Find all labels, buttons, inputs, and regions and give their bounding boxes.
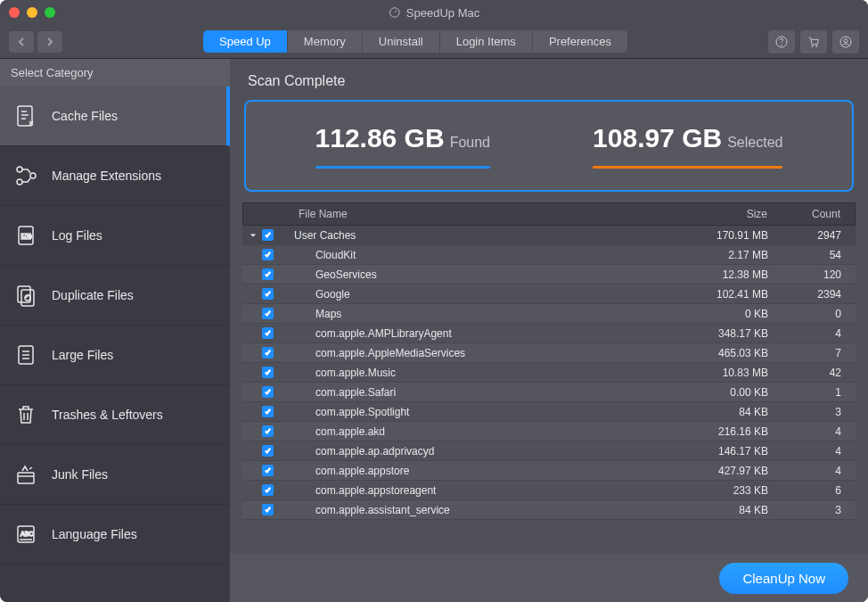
sidebar-item-manage-extensions[interactable]: Manage Extensions <box>0 146 230 206</box>
file-count: 7 <box>775 347 856 359</box>
svg-rect-18 <box>18 473 34 483</box>
file-name: com.apple.AppleMediaServices <box>291 347 659 359</box>
sidebar: Select Category Cache FilesManage Extens… <box>0 59 230 602</box>
sidebar-item-label: Trashes & Leftovers <box>52 408 163 422</box>
table-body[interactable]: User Caches170.91 MB2947CloudKit2.17 MB5… <box>242 226 856 554</box>
file-count: 120 <box>775 268 856 281</box>
file-count: 3 <box>775 504 856 516</box>
col-name[interactable]: File Name <box>291 203 659 225</box>
caret-down-icon[interactable] <box>250 232 257 239</box>
file-name: Google <box>291 288 659 301</box>
found-value: 112.86 GB <box>315 123 445 153</box>
sidebar-item-duplicate-files[interactable]: Duplicate Files <box>0 266 230 326</box>
file-count: 4 <box>775 465 856 477</box>
table-row[interactable]: com.apple.AppleMediaServices465.03 KB7 <box>242 343 856 363</box>
table-row[interactable]: com.apple.Spotlight84 KB3 <box>242 402 856 422</box>
table-row[interactable]: com.apple.assistant_service84 KB3 <box>242 500 856 520</box>
checkbox-icon[interactable] <box>262 288 274 300</box>
sidebar-item-cache-files[interactable]: Cache Files <box>0 87 230 146</box>
table-row[interactable]: Maps0 KB0 <box>242 304 856 324</box>
table-row[interactable]: com.apple.appstore427.97 KB4 <box>242 461 856 481</box>
table-row[interactable]: com.apple.akd216.16 KB4 <box>242 422 856 441</box>
tab-uninstall[interactable]: Uninstall <box>363 30 440 53</box>
file-size: 0 KB <box>659 308 775 320</box>
svg-point-2 <box>782 45 782 45</box>
svg-point-4 <box>816 45 818 46</box>
sidebar-item-label: Large Files <box>52 348 113 362</box>
body: Select Category Cache FilesManage Extens… <box>0 59 868 602</box>
col-count[interactable]: Count <box>774 203 855 225</box>
account-button[interactable] <box>832 30 859 54</box>
checkbox-icon[interactable] <box>262 465 274 476</box>
file-size: 84 KB <box>659 406 775 418</box>
tab-login-items[interactable]: Login Items <box>440 30 533 53</box>
svg-text:LOG: LOG <box>22 234 32 239</box>
sidebar-item-junk-files[interactable]: Junk Files <box>0 445 230 505</box>
tab-memory[interactable]: Memory <box>288 30 363 53</box>
file-size: 0.00 KB <box>659 386 775 399</box>
checkbox-icon[interactable] <box>262 308 274 319</box>
help-button[interactable] <box>768 30 795 54</box>
nav-forward-button[interactable] <box>37 31 62 53</box>
sidebar-item-trashes-leftovers[interactable]: Trashes & Leftovers <box>0 385 230 445</box>
close-icon[interactable] <box>9 7 20 18</box>
sidebar-item-label: Cache Files <box>52 109 118 123</box>
checkbox-icon[interactable] <box>262 367 274 378</box>
file-name: com.apple.akd <box>291 425 659 438</box>
file-count: 4 <box>775 445 856 458</box>
sidebar-item-large-files[interactable]: Large Files <box>0 326 230 385</box>
checkbox-icon[interactable] <box>262 249 274 260</box>
file-name: com.apple.appstoreagent <box>291 484 659 497</box>
file-name: CloudKit <box>291 249 659 261</box>
checkbox-icon[interactable] <box>262 484 274 496</box>
file-size: 102.41 MB <box>659 288 775 301</box>
tab-preferences[interactable]: Preferences <box>533 30 627 53</box>
nav-back-button[interactable] <box>9 31 34 53</box>
table-row[interactable]: Google102.41 MB2394 <box>242 285 856 304</box>
tab-speed-up[interactable]: Speed Up <box>203 30 288 53</box>
sidebar-header: Select Category <box>0 59 230 87</box>
checkbox-icon[interactable] <box>262 445 274 457</box>
file-name: GeoServices <box>291 268 659 281</box>
junk-files-icon <box>12 461 39 488</box>
table-row[interactable]: CloudKit2.17 MB54 <box>242 245 856 265</box>
checkbox-icon[interactable] <box>262 406 274 417</box>
table-row[interactable]: com.apple.Music10.83 MB42 <box>242 363 856 383</box>
file-size: 427.97 KB <box>659 465 775 477</box>
file-name: com.apple.Spotlight <box>291 406 659 418</box>
checkbox-icon[interactable] <box>262 327 274 339</box>
found-label: Found <box>450 135 490 150</box>
table-row[interactable]: com.apple.Safari0.00 KB1 <box>242 383 856 402</box>
file-size: 10.83 MB <box>659 367 775 379</box>
sidebar-item-log-files[interactable]: LOGLog Files <box>0 206 230 266</box>
file-name: com.apple.appstore <box>291 465 659 477</box>
large-files-icon <box>12 342 39 368</box>
col-size[interactable]: Size <box>659 203 774 225</box>
checkbox-icon[interactable] <box>262 347 274 359</box>
table-row[interactable]: com.apple.AMPLibraryAgent348.17 KB4 <box>242 324 856 343</box>
file-name: User Caches <box>291 229 659 242</box>
checkbox-icon[interactable] <box>262 425 274 437</box>
checkbox-icon[interactable] <box>262 268 274 280</box>
checkbox-icon[interactable] <box>262 386 274 398</box>
summary-box: 112.86 GBFound 108.97 GBSelected <box>244 100 854 192</box>
svg-text:ABC: ABC <box>20 531 33 537</box>
minimize-icon[interactable] <box>27 7 37 18</box>
file-count: 4 <box>775 327 856 340</box>
checkbox-icon[interactable] <box>262 504 274 515</box>
table-row[interactable]: GeoServices12.38 MB120 <box>242 265 856 285</box>
main-panel: Scan Complete 112.86 GBFound 108.97 GBSe… <box>230 59 868 602</box>
cart-button[interactable] <box>800 30 827 54</box>
checkbox-icon[interactable] <box>262 229 274 241</box>
maximize-icon[interactable] <box>45 7 55 18</box>
sidebar-item-language-files[interactable]: ABCLanguage Files <box>0 505 230 565</box>
file-size: 348.17 KB <box>659 327 775 340</box>
footer: CleanUp Now <box>230 554 868 602</box>
cleanup-button[interactable]: CleanUp Now <box>719 563 848 594</box>
table-row[interactable]: com.apple.ap.adprivacyd146.17 KB4 <box>242 441 856 461</box>
file-count: 3 <box>775 406 856 418</box>
file-size: 2.17 MB <box>659 249 775 261</box>
table-row[interactable]: User Caches170.91 MB2947 <box>242 226 856 245</box>
sidebar-item-label: Junk Files <box>52 467 108 482</box>
table-row[interactable]: com.apple.appstoreagent233 KB6 <box>242 481 856 500</box>
